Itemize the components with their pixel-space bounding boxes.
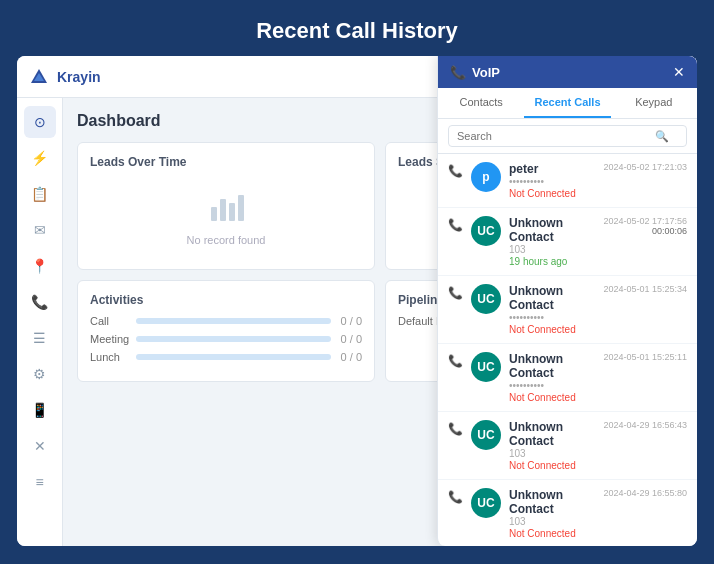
call-avatar-4: UC — [471, 352, 501, 382]
app-body: ⊙ ⚡ 📋 ✉ 📍 📞 ☰ ⚙ 📱 ✕ ≡ Dashboard Leads Ov… — [17, 98, 697, 546]
activity-row-call: Call 0 / 0 — [90, 315, 362, 327]
svg-rect-2 — [211, 207, 217, 221]
call-status-3: Not Connected — [509, 324, 595, 335]
call-sub-3: •••••••••• — [509, 312, 595, 323]
activity-lunch-label: Lunch — [90, 351, 130, 363]
call-sub-4: •••••••••• — [509, 380, 595, 391]
call-date-2: 2024-05-02 17:17:56 — [603, 216, 687, 226]
sidebar-item-location[interactable]: 📍 — [24, 250, 56, 282]
leads-over-time-title: Leads Over Time — [90, 155, 362, 169]
topbar-brand: Krayin — [29, 67, 101, 87]
call-item-right-2: 2024-05-02 17:17:56 00:00:06 — [603, 216, 687, 236]
search-wrapper: 🔍 — [448, 125, 687, 147]
activities-title: Activities — [90, 293, 362, 307]
activity-lunch-count: 0 / 0 — [337, 351, 362, 363]
sidebar-item-dashboard[interactable]: ⊙ — [24, 106, 56, 138]
leads-over-time-card: Leads Over Time No record found — [77, 142, 375, 270]
sidebar-item-list[interactable]: ☰ — [24, 322, 56, 354]
leads-over-time-empty: No record found — [90, 177, 362, 257]
call-date-3: 2024-05-01 15:25:34 — [603, 284, 687, 294]
page-title: Recent Call History — [256, 0, 458, 56]
call-name-5: Unknown Contact — [509, 420, 595, 448]
call-info-3: Unknown Contact •••••••••• Not Connected — [509, 284, 595, 335]
call-phone-icon-4: 📞 — [448, 354, 463, 368]
call-status-1: Not Connected — [509, 188, 595, 199]
activity-lunch-bar — [136, 354, 331, 360]
call-avatar-6: UC — [471, 488, 501, 518]
call-item-2[interactable]: 📞 UC Unknown Contact 103 19 hours ago 20… — [438, 208, 697, 276]
voip-panel: 📞 VoIP ✕ Contacts Recent Calls Keypad 🔍 — [437, 98, 697, 546]
activity-call-bar — [136, 318, 331, 324]
voip-tabs: Contacts Recent Calls Keypad — [438, 98, 697, 119]
activity-row-lunch: Lunch 0 / 0 — [90, 351, 362, 363]
call-name-4: Unknown Contact — [509, 352, 595, 380]
svg-rect-3 — [220, 199, 226, 221]
call-phone-icon-2: 📞 — [448, 218, 463, 232]
sidebar-item-mail[interactable]: ✉ — [24, 214, 56, 246]
sidebar-item-filter[interactable]: ⚡ — [24, 142, 56, 174]
call-name-1: peter — [509, 162, 595, 176]
sidebar-item-calls[interactable]: 📞 — [24, 286, 56, 318]
call-phone-icon-3: 📞 — [448, 286, 463, 300]
call-list: 📞 p peter •••••••••• Not Connected 2024-… — [438, 154, 697, 546]
tab-keypad[interactable]: Keypad — [611, 98, 697, 118]
sidebar-item-close[interactable]: ✕ — [24, 430, 56, 462]
tab-recent-calls[interactable]: Recent Calls — [524, 98, 610, 118]
call-sub-5: 103 — [509, 448, 595, 459]
call-date-4: 2024-05-01 15:25:11 — [603, 352, 687, 362]
sidebar: ⊙ ⚡ 📋 ✉ 📍 📞 ☰ ⚙ 📱 ✕ ≡ — [17, 98, 63, 546]
svg-rect-5 — [238, 195, 244, 221]
call-sub-2: 103 — [509, 244, 595, 255]
call-item-right-3: 2024-05-01 15:25:34 — [603, 284, 687, 294]
brand-name: Krayin — [57, 69, 101, 85]
call-item-right-1: 2024-05-02 17:21:03 — [603, 162, 687, 172]
call-item-4[interactable]: 📞 UC Unknown Contact •••••••••• Not Conn… — [438, 344, 697, 412]
call-item-6[interactable]: 📞 UC Unknown Contact 103 Not Connected 2… — [438, 480, 697, 546]
call-name-2: Unknown Contact — [509, 216, 595, 244]
sidebar-item-notes[interactable]: 📋 — [24, 178, 56, 210]
call-status-6: Not Connected — [509, 528, 595, 539]
tab-contacts[interactable]: Contacts — [438, 98, 524, 118]
call-item-3[interactable]: 📞 UC Unknown Contact •••••••••• Not Conn… — [438, 276, 697, 344]
call-avatar-3: UC — [471, 284, 501, 314]
call-info-5: Unknown Contact 103 Not Connected — [509, 420, 595, 471]
activity-row-meeting: Meeting 0 / 0 — [90, 333, 362, 345]
search-icon: 🔍 — [655, 130, 669, 143]
call-date-6: 2024-04-29 16:55:80 — [603, 488, 687, 498]
sidebar-item-mobile[interactable]: 📱 — [24, 394, 56, 426]
call-date-1: 2024-05-02 17:21:03 — [603, 162, 687, 172]
call-item-right-6: 2024-04-29 16:55:80 — [603, 488, 687, 498]
call-info-1: peter •••••••••• Not Connected — [509, 162, 595, 199]
svg-rect-4 — [229, 203, 235, 221]
sidebar-item-menu[interactable]: ≡ — [24, 466, 56, 498]
activity-meeting-label: Meeting — [90, 333, 130, 345]
bar-chart-icon — [206, 189, 246, 230]
call-phone-icon-1: 📞 — [448, 164, 463, 178]
call-item-5[interactable]: 📞 UC Unknown Contact 103 Not Connected 2… — [438, 412, 697, 480]
activity-meeting-count: 0 / 0 — [337, 333, 362, 345]
voip-search-bar: 🔍 — [438, 119, 697, 154]
call-avatar-5: UC — [471, 420, 501, 450]
call-date-5: 2024-04-29 16:56:43 — [603, 420, 687, 430]
call-status-4: Not Connected — [509, 392, 595, 403]
sidebar-item-settings[interactable]: ⚙ — [24, 358, 56, 390]
call-avatar-1: p — [471, 162, 501, 192]
search-input[interactable] — [448, 125, 687, 147]
call-item-1[interactable]: 📞 p peter •••••••••• Not Connected 2024-… — [438, 154, 697, 208]
call-status-5: Not Connected — [509, 460, 595, 471]
call-phone-icon-6: 📞 — [448, 490, 463, 504]
call-avatar-2: UC — [471, 216, 501, 246]
call-item-right-4: 2024-05-01 15:25:11 — [603, 352, 687, 362]
call-phone-icon-5: 📞 — [448, 422, 463, 436]
krayin-logo-icon — [29, 67, 49, 87]
leads-over-time-no-record: No record found — [187, 234, 266, 246]
activities-card: Activities Call 0 / 0 Meeting 0 / 0 Lunc… — [77, 280, 375, 382]
call-status-2: 19 hours ago — [509, 256, 595, 267]
call-name-3: Unknown Contact — [509, 284, 595, 312]
call-name-6: Unknown Contact — [509, 488, 595, 516]
call-info-4: Unknown Contact •••••••••• Not Connected — [509, 352, 595, 403]
call-item-right-5: 2024-04-29 16:56:43 — [603, 420, 687, 430]
activity-call-count: 0 / 0 — [337, 315, 362, 327]
call-duration-2: 00:00:06 — [652, 226, 687, 236]
call-info-2: Unknown Contact 103 19 hours ago — [509, 216, 595, 267]
